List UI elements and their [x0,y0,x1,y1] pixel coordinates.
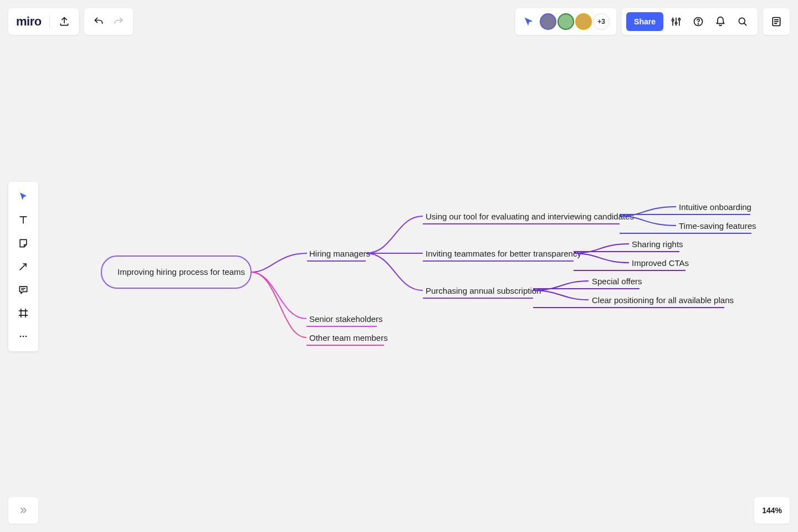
branch [251,253,307,272]
more-collaborators[interactable]: +3 [593,13,610,30]
svg-line-16 [20,264,26,270]
avatar[interactable] [575,13,592,30]
presentation-pointer-icon[interactable] [522,15,535,28]
arrow-tool[interactable] [12,255,35,278]
text-tool[interactable] [12,208,35,232]
svg-point-4 [675,22,677,24]
activity-panel-toggle[interactable] [763,8,790,35]
svg-point-25 [25,336,27,337]
svg-point-5 [678,18,680,20]
mindmap-node-time-saving[interactable]: Time-saving features [679,221,756,231]
notifications-icon[interactable] [711,12,730,31]
board-header: miro [8,8,79,35]
svg-point-24 [23,336,24,337]
select-tool[interactable] [12,185,35,208]
help-icon[interactable] [689,12,708,31]
avatar[interactable] [557,13,574,30]
notes-icon [771,16,782,27]
frame-tool[interactable] [12,301,35,325]
branch [574,253,629,263]
comment-tool[interactable] [12,278,35,301]
mindmap-node-using-tool[interactable]: Using our tool for evaluating and interv… [426,212,634,221]
collaborators: +3 [515,8,616,35]
mindmap-node-sharing-rights[interactable]: Sharing rights [632,239,683,249]
export-icon[interactable] [58,15,71,28]
mindmap-node-senior-stakeholders[interactable]: Senior stakeholders [309,314,383,324]
branch [251,272,306,337]
mindmap-root-label[interactable]: Improving hiring process for teams [117,267,245,277]
cursor-icon [18,191,29,202]
sticky-note-icon [18,238,29,249]
more-icon [18,331,29,342]
miro-logo[interactable]: miro [16,14,42,29]
frame-icon [18,308,29,319]
branch [366,253,423,290]
mindmap-node-intuitive-onboarding[interactable]: Intuitive onboarding [679,202,751,212]
divider [49,16,50,28]
mindmap-node-purchasing-subscription[interactable]: Purchasing annual subscription [426,286,541,295]
search-icon[interactable] [733,12,752,31]
svg-line-9 [744,23,746,25]
svg-point-23 [20,336,22,337]
undo-icon[interactable] [92,15,105,28]
expand-panel-button[interactable] [8,497,38,524]
sticky-note-tool[interactable] [12,232,35,255]
branch [533,290,589,300]
share-button[interactable]: Share [626,12,663,31]
mindmap-node-hiring-managers[interactable]: Hiring managers [309,249,370,258]
history-controls [84,8,133,35]
top-actions: Share [622,8,758,35]
mindmap-node-other-team-members[interactable]: Other team members [309,333,388,342]
svg-point-3 [672,19,674,21]
svg-point-7 [698,24,698,24]
redo-icon[interactable] [112,15,125,28]
zoom-indicator[interactable]: 144% [754,497,790,524]
settings-icon[interactable] [667,12,686,31]
more-tools[interactable] [12,325,35,348]
canvas[interactable]: Improving hiring process for teams Hirin… [0,0,798,532]
chevron-double-right-icon [18,505,29,516]
mindmap-node-inviting-teammates[interactable]: Inviting teammates for better transparen… [426,249,581,258]
more-collaborators-count: +3 [597,18,605,25]
comment-icon [18,284,29,295]
avatar[interactable] [540,13,556,30]
mindmap-node-clear-positioning[interactable]: Clear positioning for all available plan… [592,295,734,305]
toolbar [8,182,38,351]
branch [366,216,423,253]
mindmap-node-improved-ctas[interactable]: Improved CTAs [632,258,689,268]
text-icon [18,214,29,226]
zoom-value: 144% [762,506,782,515]
arrow-icon [18,261,29,272]
branch [251,272,306,319]
mindmap-node-special-offers[interactable]: Special offers [592,277,642,286]
